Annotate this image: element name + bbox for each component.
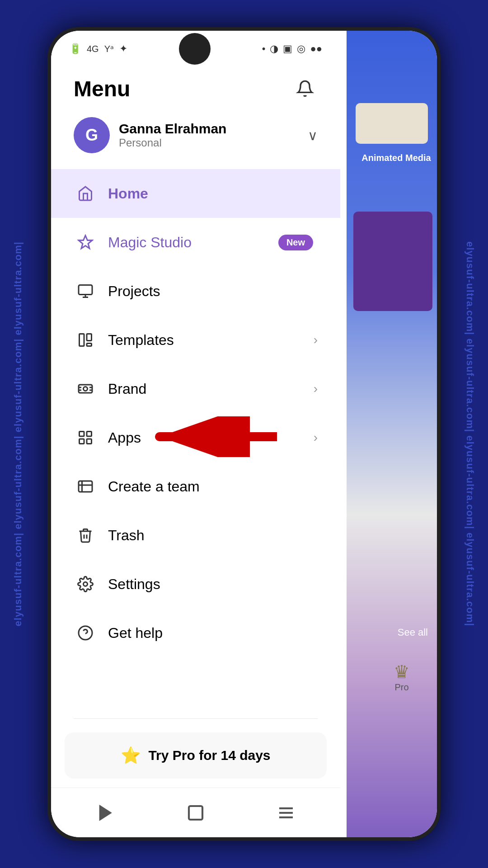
status-left: 🔋 4G Yᵃ ✦ (69, 43, 127, 55)
user-info: Ganna Elrahman Personal (119, 121, 308, 149)
sidebar-item-create-team[interactable]: Create a team (51, 462, 340, 511)
trash-icon (74, 524, 97, 547)
wifi-icon: Yᵃ (104, 43, 114, 54)
get-help-icon (74, 621, 97, 645)
menu-header: Menu (51, 67, 340, 106)
fb-icon: ▣ (283, 43, 292, 55)
sidebar-item-get-help[interactable]: Get help (51, 609, 340, 657)
apps-chevron-icon: › (314, 430, 318, 445)
brand-chevron-icon: › (314, 382, 318, 396)
chevron-down-icon: ∨ (308, 127, 318, 143)
templates-chevron-icon: › (314, 333, 318, 347)
avatar: G (74, 117, 110, 153)
user-plan: Personal (119, 137, 308, 149)
status-bar: 🔋 4G Yᵃ ✦ • ◑ ▣ ◎ ●● (51, 31, 340, 67)
extra-icon: ●● (310, 43, 322, 55)
svg-point-16 (84, 582, 88, 586)
projects-label: Projects (108, 283, 318, 300)
user-profile-button[interactable]: G Ganna Elrahman Personal ∨ (51, 106, 340, 165)
menu-title: Menu (74, 76, 130, 101)
recents-button[interactable] (270, 797, 302, 829)
bg-animated-label: Animated Media (356, 153, 437, 163)
notification-bell-button[interactable] (292, 76, 318, 101)
bg-card-1 (356, 103, 428, 144)
brand-label: Brand (108, 381, 314, 397)
menu-items-list: Home Magic Studio New (51, 165, 340, 714)
apps-icon (74, 426, 97, 449)
templates-icon (74, 328, 97, 352)
svg-rect-7 (80, 432, 84, 437)
projects-icon (74, 279, 97, 303)
home-label: Home (108, 185, 318, 202)
templates-label: Templates (108, 332, 314, 349)
status-right: • ◑ ▣ ◎ ●● (262, 43, 322, 55)
apps-label: Apps (108, 429, 314, 446)
dot-icon: • (262, 43, 266, 55)
new-badge: New (278, 235, 313, 250)
signal-icon: 4G (87, 44, 99, 54)
svg-marker-0 (79, 236, 92, 249)
svg-rect-2 (80, 334, 84, 346)
bg-pro-section: ♛ Pro (394, 661, 410, 693)
svg-rect-10 (87, 439, 92, 444)
svg-point-6 (84, 387, 88, 391)
phone-screen: Animated Media See all ♛ Pro 🔋 4G Yᵃ ✦ (51, 31, 437, 837)
sidebar-item-home[interactable]: Home (51, 169, 340, 218)
pro-label: Pro (394, 682, 410, 693)
brand-icon (74, 377, 97, 401)
sidebar-item-brand[interactable]: Brand › (51, 364, 340, 413)
svg-rect-1 (79, 285, 92, 295)
watermark-left: elyusuf-ultra.com| elyusuf-ultra.com| el… (0, 0, 36, 868)
sidebar-item-apps[interactable]: Apps › (51, 413, 340, 462)
svg-rect-3 (87, 334, 92, 341)
sidebar-item-settings[interactable]: Settings (51, 560, 340, 609)
camera-notch (179, 33, 211, 65)
svg-rect-9 (80, 439, 84, 444)
back-button[interactable] (89, 797, 121, 829)
create-team-icon (74, 475, 97, 498)
crown-icon: ♛ (394, 661, 410, 682)
sidebar-item-templates[interactable]: Templates › (51, 316, 340, 364)
clock-icon: ◑ (270, 43, 278, 55)
magic-studio-icon (74, 231, 97, 254)
svg-rect-4 (87, 344, 92, 346)
settings-icon (74, 572, 97, 596)
star-icon: ⭐ (121, 746, 141, 765)
svg-rect-8 (87, 432, 92, 437)
try-pro-button[interactable]: ⭐ Try Pro for 14 days (65, 732, 327, 778)
magic-studio-label: Magic Studio (108, 234, 278, 251)
battery-icon: 🔋 (69, 43, 81, 55)
try-pro-label: Try Pro for 14 days (148, 748, 270, 763)
home-icon (74, 182, 97, 205)
sidebar-item-projects[interactable]: Projects (51, 267, 340, 316)
svg-rect-20 (189, 806, 202, 820)
divider (74, 718, 318, 719)
insta-icon: ◎ (297, 43, 305, 55)
sidebar-item-trash[interactable]: Trash (51, 511, 340, 560)
bg-see-all: See all (398, 627, 428, 638)
create-team-label: Create a team (108, 478, 318, 495)
home-button[interactable] (180, 797, 211, 829)
trash-label: Trash (108, 527, 318, 544)
svg-rect-5 (79, 385, 92, 393)
settings-label: Settings (108, 576, 318, 593)
phone-frame: Animated Media See all ♛ Pro 🔋 4G Yᵃ ✦ (47, 27, 441, 841)
user-name: Ganna Elrahman (119, 121, 308, 137)
background-content: Animated Media See all ♛ Pro (347, 31, 437, 837)
get-help-label: Get help (108, 625, 318, 642)
bg-card-2 (353, 212, 432, 311)
menu-panel: 🔋 4G Yᵃ ✦ • ◑ ▣ ◎ ●● Menu (51, 31, 340, 837)
watermark-right: elyusuf-ultra.com| elyusuf-ultra.com| el… (452, 0, 488, 868)
bottom-navigation (51, 788, 340, 837)
svg-marker-19 (100, 806, 110, 820)
sidebar-item-magic-studio[interactable]: Magic Studio New (51, 218, 340, 267)
bluetooth-icon: ✦ (119, 43, 127, 55)
svg-rect-13 (79, 481, 92, 492)
